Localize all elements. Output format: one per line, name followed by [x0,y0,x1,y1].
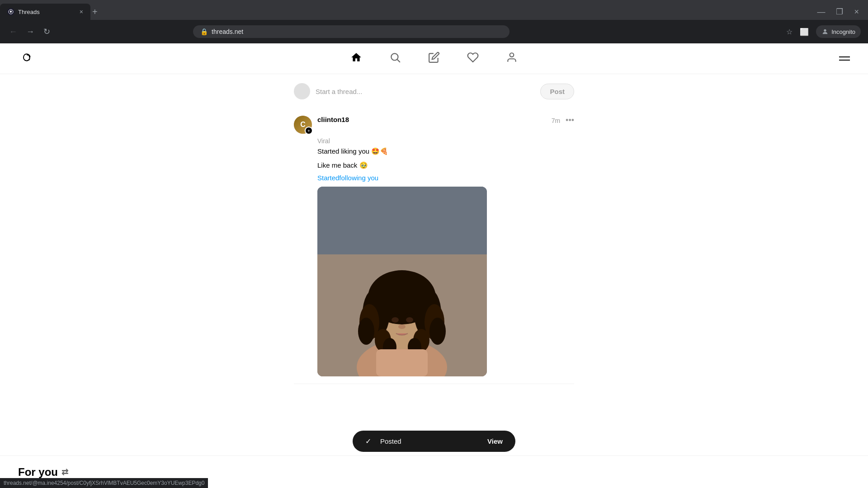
post-label: Viral [317,137,574,145]
new-tab-button[interactable]: + [92,7,98,17]
main-feed: Start a thread... Post C + cliinton18 7m [0,74,868,488]
tab-bar: Threads × + — ❐ × [0,0,868,20]
tab-favicon [7,8,14,15]
incognito-button[interactable]: Incognito [816,25,861,38]
menu-button[interactable] [839,56,850,61]
post-image[interactable] [317,187,487,376]
follow-badge[interactable]: + [305,127,313,135]
posted-label: Posted [380,437,478,445]
extensions-icon[interactable]: ⬜ [800,28,809,36]
thread-composer: Start a thread... Post [294,83,574,99]
post-image-content [317,187,487,376]
posted-notification-bar: ✓ Posted View [353,431,515,452]
address-bar: ← → ↻ 🔒 threads.net ☆ ⬜ Incognito [0,20,868,43]
for-you-section[interactable]: For you ⇄ [18,466,68,479]
svg-point-2 [18,49,36,67]
bookmark-icon[interactable]: ☆ [786,28,793,36]
refresh-button[interactable]: ↻ [42,25,52,38]
forward-button[interactable]: → [24,25,36,38]
minimize-button[interactable]: — [811,5,830,19]
post-time: 7m [552,117,560,124]
svg-rect-27 [376,349,428,376]
composer-avatar [294,83,310,99]
threads-logo[interactable] [18,49,36,69]
svg-point-4 [391,53,398,60]
profile-nav-icon[interactable] [506,52,518,66]
address-url: threads.net [212,28,243,35]
post-link[interactable]: Startedfollowing you [317,174,378,182]
svg-point-17 [358,318,374,345]
posted-check-icon: ✓ [365,437,371,446]
post-username[interactable]: cliinton18 [317,116,349,123]
post-button[interactable]: Post [540,84,574,99]
view-button[interactable]: View [487,437,503,445]
composer-input[interactable]: Start a thread... [316,88,535,95]
status-bar-url: threads.net/@ma.ine4254/post/C0yfjXSrhVl… [0,478,208,488]
address-input-bar[interactable]: 🔒 threads.net [193,25,509,38]
post-header: C + cliinton18 7m ••• [294,116,574,134]
page-content: Start a thread... Post C + cliinton18 7m [0,43,868,488]
post-text-line2: Like me back 🥹 [317,160,574,171]
active-tab[interactable]: Threads × [0,4,90,20]
post-meta: cliinton18 [317,116,546,124]
post-options-button[interactable]: ••• [566,116,574,125]
for-you-label: For you [18,466,58,479]
svg-line-5 [397,59,400,62]
close-button[interactable]: × [849,5,864,19]
post-avatar-wrap: C + [294,116,312,134]
compose-nav-icon[interactable] [428,52,440,66]
svg-point-6 [510,53,514,57]
svg-point-26 [398,324,406,329]
lock-icon: 🔒 [200,28,208,35]
svg-point-25 [406,317,413,323]
top-navigation [0,43,868,74]
tab-title: Threads [18,9,76,15]
activity-nav-icon[interactable] [467,52,479,66]
search-nav-icon[interactable] [389,52,401,66]
post-header-right: 7m ••• [552,116,574,125]
browser-chrome: Threads × + — ❐ × ← → ↻ 🔒 threads.net ☆ … [0,0,868,43]
home-nav-icon[interactable] [350,52,362,66]
svg-point-24 [392,317,399,323]
refresh-feed-icon[interactable]: ⇄ [61,467,68,477]
post-content: Started liking you 🤩🍕 Like me back 🥹 Sta… [317,146,574,376]
window-controls: — ❐ × [811,5,868,19]
address-right-controls: ☆ ⬜ Incognito [786,25,861,38]
svg-point-19 [429,318,446,345]
post-text-line1: Started liking you 🤩🍕 [317,146,574,157]
incognito-label: Incognito [831,28,855,35]
nav-icons-group [350,52,518,66]
svg-point-1 [824,29,826,32]
back-button[interactable]: ← [7,25,19,38]
restore-button[interactable]: ❐ [830,5,849,19]
tab-close-button[interactable]: × [80,8,83,15]
thread-post: C + cliinton18 7m ••• Viral Started liki… [294,108,574,384]
